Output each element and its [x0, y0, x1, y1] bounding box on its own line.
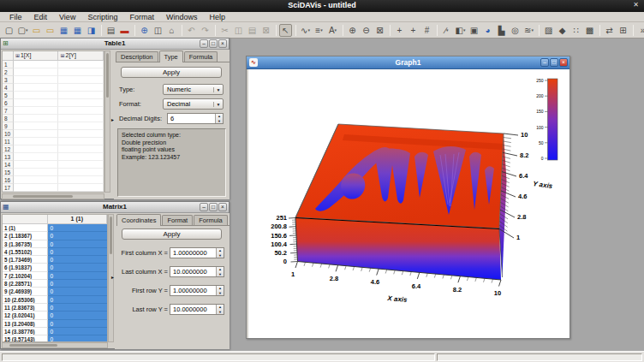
- last-column-x-spinbox[interactable]: 10.0000000 ▲▼: [170, 266, 224, 277]
- menu-file[interactable]: File: [3, 12, 28, 22]
- row-header[interactable]: 8: [3, 115, 14, 122]
- row-header[interactable]: 16: [3, 176, 14, 184]
- table-cell[interactable]: [14, 99, 59, 107]
- table-cell[interactable]: [58, 68, 104, 76]
- close-button[interactable]: ×: [218, 203, 227, 211]
- toolbar-overflow-icon[interactable]: »: [636, 24, 644, 37]
- table-horizontal-scrollbar[interactable]: [2, 193, 104, 199]
- matrix-row-header[interactable]: 8 (2.28571): [3, 280, 48, 288]
- spin-down-icon[interactable]: ▼: [217, 291, 224, 296]
- row-header[interactable]: 7: [3, 107, 14, 115]
- zoom-out-icon[interactable]: ⊖: [360, 24, 373, 37]
- matrix-row-header[interactable]: 10 (2.65306): [3, 296, 48, 304]
- move-points-icon[interactable]: #: [420, 24, 433, 37]
- new-table-icon[interactable]: ⊞: [617, 24, 629, 37]
- vector-plot-icon[interactable]: ▙: [495, 24, 508, 37]
- fit-window-icon[interactable]: ⊠: [373, 24, 386, 37]
- print-icon[interactable]: ▤: [104, 24, 117, 37]
- graph1-titlebar[interactable]: ∿ Graph1 – □ ×: [247, 56, 569, 69]
- matrix-row-header[interactable]: 2 (1.18367): [3, 232, 48, 240]
- add-layer-icon[interactable]: ◧▾: [454, 24, 467, 37]
- decimal-digits-spinbox[interactable]: 6 ▲▼: [167, 113, 224, 124]
- menu-format[interactable]: Format: [123, 12, 160, 22]
- row-header[interactable]: 17: [3, 184, 14, 192]
- menu-help[interactable]: Help: [203, 12, 231, 22]
- table-cell[interactable]: [14, 145, 59, 153]
- matrix-column-header[interactable]: 1 (1): [48, 215, 107, 224]
- spin-down-icon[interactable]: ▼: [217, 253, 224, 258]
- surface-3d-icon[interactable]: ▨: [542, 24, 555, 37]
- clear-icon[interactable]: ⊠: [259, 24, 272, 37]
- matrix-row-header[interactable]: 4 (1.55102): [3, 248, 48, 256]
- matrix-cell[interactable]: 0: [48, 264, 107, 271]
- convert-table-icon[interactable]: ⇄: [603, 24, 616, 37]
- table-cell[interactable]: [58, 61, 104, 68]
- table-cell[interactable]: [14, 76, 59, 84]
- scroll-thumb[interactable]: [110, 217, 112, 254]
- table-cell[interactable]: [58, 184, 104, 192]
- table-cell[interactable]: [14, 130, 59, 138]
- project-explorer-icon[interactable]: ◫: [152, 24, 164, 37]
- matrix1-titlebar[interactable]: ▦ Matrix1 – □ ×: [1, 202, 229, 213]
- matrix-row-header[interactable]: 6 (1.91837): [3, 264, 48, 271]
- spin-down-icon[interactable]: ▼: [217, 310, 224, 315]
- table-cell[interactable]: [14, 115, 59, 122]
- menu-view[interactable]: View: [53, 12, 81, 22]
- type-dropdown[interactable]: Numeric ▼: [163, 84, 224, 95]
- table-cell[interactable]: [14, 68, 59, 76]
- pie-plot-icon[interactable]: ◕: [481, 24, 494, 37]
- maximize-button[interactable]: □: [550, 58, 558, 67]
- select-range-icon[interactable]: +: [407, 24, 420, 37]
- save-project-icon[interactable]: ▦: [71, 24, 84, 37]
- table-cell[interactable]: [58, 99, 104, 107]
- matrix-cell[interactable]: 0: [48, 224, 107, 232]
- table-cell[interactable]: [58, 92, 104, 99]
- matrix-row-header[interactable]: 14 (3.38776): [3, 328, 48, 335]
- redo-icon[interactable]: ↷: [199, 24, 212, 37]
- row-header[interactable]: 10: [3, 130, 14, 138]
- bubble-plot-icon[interactable]: ◎: [509, 24, 522, 37]
- row-header[interactable]: 1: [3, 61, 14, 68]
- row-header[interactable]: 9: [3, 122, 14, 130]
- undo-icon[interactable]: ↶: [185, 24, 198, 37]
- matrix-cell[interactable]: 0: [48, 296, 107, 304]
- table-cell[interactable]: [14, 122, 59, 130]
- row-header[interactable]: 14: [3, 161, 14, 169]
- table-cell[interactable]: [58, 145, 104, 153]
- spin-down-icon[interactable]: ▼: [216, 119, 223, 124]
- matrix-cell[interactable]: 0: [48, 288, 107, 295]
- tab-coordinates[interactable]: Coordinates: [116, 214, 161, 226]
- matrix-row-header[interactable]: 1 (1): [3, 224, 48, 232]
- bars-3d-icon[interactable]: ▩: [583, 24, 596, 37]
- row-header[interactable]: 12: [3, 145, 14, 153]
- table-cell[interactable]: [14, 176, 59, 184]
- tab-formula[interactable]: Formula: [194, 215, 228, 225]
- matrix-row-header[interactable]: 15 (3.57143): [3, 335, 48, 342]
- matrix-cell[interactable]: 0: [48, 232, 107, 240]
- table-cell[interactable]: [58, 161, 104, 169]
- matrix-cell[interactable]: 0: [48, 280, 107, 288]
- table-cell[interactable]: [58, 84, 104, 92]
- matrix-row-header[interactable]: 9 (2.46939): [3, 288, 48, 295]
- maximize-button[interactable]: □: [209, 39, 218, 48]
- scroll-thumb[interactable]: [13, 195, 73, 198]
- table-cell[interactable]: [58, 122, 104, 130]
- table-cell[interactable]: [14, 92, 59, 99]
- row-header[interactable]: 3: [3, 76, 14, 84]
- matrix-cell[interactable]: 0: [48, 256, 107, 264]
- first-row-y-spinbox[interactable]: 1.00000000 ▲▼: [170, 285, 224, 296]
- table-cell[interactable]: [14, 153, 59, 161]
- curve-tool-icon[interactable]: ∿▾: [299, 24, 312, 37]
- table-cell[interactable]: [14, 107, 59, 115]
- first-column-x-spinbox[interactable]: 1.00000000 ▲▼: [170, 247, 224, 258]
- matrix-horizontal-scrollbar[interactable]: [2, 342, 108, 348]
- table-cell[interactable]: [58, 107, 104, 115]
- find-icon[interactable]: ⊕: [138, 24, 151, 37]
- matrix-row-header[interactable]: 11 (2.83673): [3, 304, 48, 312]
- minimize-button[interactable]: –: [540, 58, 549, 67]
- row-header[interactable]: 4: [3, 84, 14, 92]
- new-project-icon[interactable]: ▢: [3, 24, 15, 37]
- last-row-y-spinbox[interactable]: 10.0000000 ▲▼: [170, 304, 224, 315]
- copy-icon[interactable]: ◫: [232, 24, 245, 37]
- table-vertical-scrollbar[interactable]: [104, 50, 110, 193]
